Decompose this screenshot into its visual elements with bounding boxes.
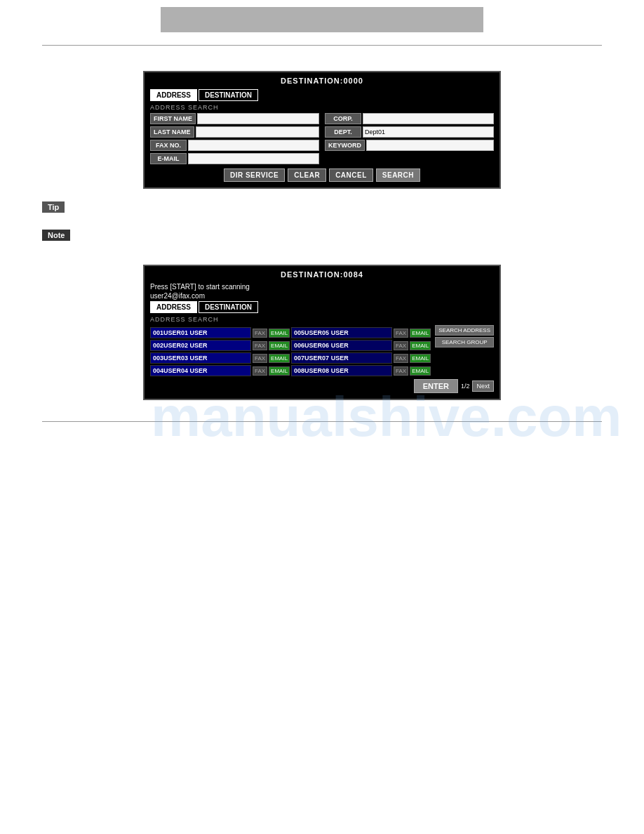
field-row-lastname: LAST NAME: [150, 126, 319, 138]
field-row-firstname: FIRST NAME: [150, 113, 319, 124]
result-fax-6[interactable]: FAX: [394, 341, 408, 350]
tab-address-2[interactable]: ADDRESS: [150, 301, 197, 313]
field-row-email: E-MAIL: [150, 153, 319, 164]
note-label: Note: [42, 230, 70, 241]
screen1-title: DESTINATION:0000: [150, 77, 494, 85]
result-name-8[interactable]: 008USER08 USER: [291, 365, 392, 376]
result-email-7[interactable]: EMAIL: [410, 354, 431, 363]
search-group-button[interactable]: SEARCH GROUP: [435, 337, 494, 348]
fax-label: FAX NO.: [150, 140, 187, 151]
bottom-nav: ENTER 1/2 Next: [150, 379, 494, 393]
result-name-4[interactable]: 004USER04 USER: [150, 365, 251, 376]
result-fax-7[interactable]: FAX: [394, 354, 408, 363]
result-row-7: 007USER07 USER FAX EMAIL: [291, 352, 431, 364]
lastname-input[interactable]: [196, 126, 320, 138]
email-label: E-MAIL: [150, 153, 187, 164]
result-row-4: 004USER04 USER FAX EMAIL: [150, 365, 290, 376]
enter-button[interactable]: ENTER: [414, 379, 458, 393]
tip-box: Tip: [42, 201, 602, 217]
tab-destination-1[interactable]: DESTINATION: [199, 89, 258, 101]
result-row-6: 006USER06 USER FAX EMAIL: [291, 340, 431, 351]
note-box: Note: [42, 230, 602, 245]
next-button[interactable]: Next: [472, 380, 494, 392]
screen1-area: DESTINATION:0000 ADDRESS DESTINATION ADD…: [42, 71, 602, 189]
side-buttons: SEARCH ADDRESS SEARCH GROUP: [435, 325, 494, 376]
result-email-1[interactable]: EMAIL: [269, 329, 290, 338]
screen1-search-form: FIRST NAME LAST NAME FAX NO. E-MAIL: [150, 113, 494, 164]
left-fields: FIRST NAME LAST NAME FAX NO. E-MAIL: [150, 113, 319, 164]
screen2-status2: user24@ifax.com: [150, 292, 494, 300]
screen2-section-label: ADDRESS SEARCH: [150, 316, 494, 323]
results-main: 001USER01 USER FAX EMAIL 005USER05 USER …: [150, 325, 431, 376]
fax-input[interactable]: [188, 140, 319, 151]
screen2-tabs: ADDRESS DESTINATION: [150, 301, 494, 313]
result-row-5: 005USER05 USER FAX EMAIL: [291, 327, 431, 338]
screen1-section-label: ADDRESS SEARCH: [150, 104, 494, 111]
screen2-status1: Press [START] to start scanning: [150, 283, 494, 291]
firstname-input[interactable]: [197, 113, 319, 124]
result-email-5[interactable]: EMAIL: [410, 329, 431, 338]
result-row-8: 008USER08 USER FAX EMAIL: [291, 365, 431, 376]
result-email-8[interactable]: EMAIL: [410, 366, 431, 376]
result-name-5[interactable]: 005USER05 USER: [291, 327, 392, 338]
result-name-6[interactable]: 006USER06 USER: [291, 340, 392, 351]
dept-input[interactable]: [363, 126, 494, 138]
result-name-3[interactable]: 003USER03 USER: [150, 352, 251, 364]
screen2-area: DESTINATION:0084 Press [START] to start …: [42, 265, 602, 400]
right-fields: CORP. DEPT. KEYWORD: [325, 113, 494, 164]
email-input[interactable]: [188, 153, 319, 164]
tab-address-1[interactable]: ADDRESS: [150, 89, 197, 101]
result-name-1[interactable]: 001USER01 USER: [150, 327, 251, 338]
tab-destination-2[interactable]: DESTINATION: [199, 301, 258, 313]
corp-label: CORP.: [325, 113, 361, 124]
field-row-corp: CORP.: [325, 113, 494, 124]
firstname-label: FIRST NAME: [150, 113, 196, 124]
result-row-2: 002USER02 USER FAX EMAIL: [150, 340, 290, 351]
lastname-label: LAST NAME: [150, 126, 194, 138]
result-row-3: 003USER03 USER FAX EMAIL: [150, 352, 290, 364]
result-email-3[interactable]: EMAIL: [269, 354, 290, 363]
screen1-panel: DESTINATION:0000 ADDRESS DESTINATION ADD…: [143, 71, 501, 189]
bottom-divider: [42, 421, 602, 422]
dir-service-button[interactable]: DIR SERVICE: [224, 168, 285, 182]
result-fax-1[interactable]: FAX: [253, 329, 267, 338]
tip-label: Tip: [42, 201, 65, 213]
screen1-action-row: DIR SERVICE CLEAR CANCEL SEARCH: [150, 168, 494, 182]
result-email-4[interactable]: EMAIL: [269, 366, 290, 376]
result-fax-8[interactable]: FAX: [394, 366, 408, 376]
result-name-2[interactable]: 002USER02 USER: [150, 340, 251, 351]
search-address-button[interactable]: SEARCH ADDRESS: [435, 325, 494, 336]
screen2-panel: DESTINATION:0084 Press [START] to start …: [143, 265, 501, 400]
result-fax-5[interactable]: FAX: [394, 329, 408, 338]
search-button[interactable]: SEARCH: [376, 168, 420, 182]
result-row-1: 001USER01 USER FAX EMAIL: [150, 327, 290, 338]
field-row-fax: FAX NO.: [150, 140, 319, 151]
result-email-6[interactable]: EMAIL: [410, 341, 431, 350]
results-grid: 001USER01 USER FAX EMAIL 005USER05 USER …: [150, 327, 431, 376]
keyword-label: KEYWORD: [325, 140, 365, 151]
result-email-2[interactable]: EMAIL: [269, 341, 290, 350]
screen1-tabs: ADDRESS DESTINATION: [150, 89, 494, 101]
result-fax-2[interactable]: FAX: [253, 341, 267, 350]
field-row-dept: DEPT.: [325, 126, 494, 138]
result-name-7[interactable]: 007USER07 USER: [291, 352, 392, 364]
corp-input[interactable]: [363, 113, 494, 124]
main-content: DESTINATION:0000 ADDRESS DESTINATION ADD…: [42, 46, 602, 400]
page-info: 1/2: [461, 383, 470, 390]
field-row-keyword: KEYWORD: [325, 140, 494, 151]
results-wrapper: 001USER01 USER FAX EMAIL 005USER05 USER …: [150, 325, 494, 376]
keyword-input[interactable]: [366, 140, 494, 151]
result-fax-4[interactable]: FAX: [253, 366, 267, 376]
cancel-button[interactable]: CANCEL: [329, 168, 373, 182]
top-bar: [161, 7, 483, 32]
screen2-title: DESTINATION:0084: [150, 270, 494, 279]
dept-label: DEPT.: [325, 126, 361, 138]
clear-button[interactable]: CLEAR: [288, 168, 326, 182]
result-fax-3[interactable]: FAX: [253, 354, 267, 363]
